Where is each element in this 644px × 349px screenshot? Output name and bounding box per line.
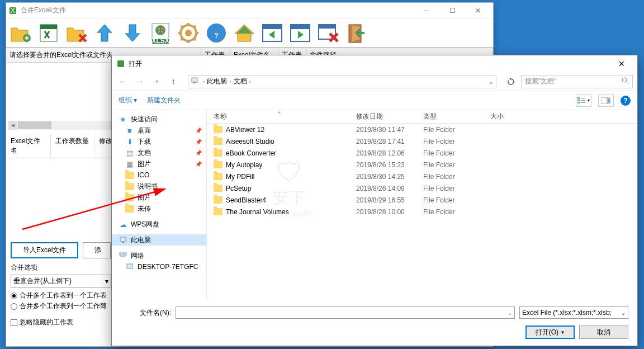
sidebar-desktop-pc[interactable]: DESKTOP-7ETGFC bbox=[112, 261, 206, 272]
view-mode-button[interactable]: ▾ bbox=[576, 95, 591, 107]
close-button[interactable]: ✕ bbox=[465, 3, 491, 18]
sidebar-downloads[interactable]: ⬇ 下载 📌 bbox=[112, 136, 206, 147]
svg-rect-30 bbox=[193, 82, 196, 83]
exit-door-icon[interactable] bbox=[343, 20, 370, 46]
refresh-button[interactable] bbox=[504, 75, 518, 88]
merge-direction-combo[interactable]: 垂直合并(从上倒下) ▾ bbox=[11, 275, 111, 287]
col-excel-name[interactable]: Excel文件名 bbox=[6, 134, 51, 158]
minimize-button[interactable]: ─ bbox=[414, 3, 439, 18]
dialog-close-button[interactable]: ✕ bbox=[610, 56, 633, 72]
folder-icon bbox=[214, 185, 222, 192]
add-button[interactable]: 添 bbox=[83, 242, 111, 258]
col-sheet-count[interactable]: 工作表数量 bbox=[51, 134, 94, 158]
sidebar-quick-access[interactable]: ★ 快速访问 bbox=[112, 114, 206, 125]
sidebar-manual[interactable]: 说明书 bbox=[112, 181, 206, 192]
preview-pane-button[interactable] bbox=[598, 95, 614, 107]
sidebar: ★ 快速访问 ■ 桌面 📌 ⬇ 下载 📌 ▤ 文档 📌 ▦ 图片 📌 bbox=[112, 110, 207, 300]
col-size[interactable]: 大小 bbox=[484, 112, 528, 121]
file-row[interactable]: SendBlaster42019/8/29 16:55File Folder bbox=[207, 194, 637, 206]
maximize-button[interactable]: ☐ bbox=[439, 3, 465, 18]
svg-text:XLSX: XLSX bbox=[151, 36, 169, 44]
nav-history-button[interactable]: ▾ bbox=[150, 75, 163, 88]
breadcrumb[interactable]: › 此电脑 › 文档 › ⌄ bbox=[188, 75, 496, 88]
col-name[interactable]: 名称^ bbox=[207, 112, 349, 121]
nav-back-button[interactable]: ← bbox=[116, 75, 130, 88]
search-placeholder: 搜索"文档" bbox=[525, 77, 557, 86]
home-icon[interactable] bbox=[231, 20, 258, 46]
documents-icon: ▤ bbox=[125, 148, 134, 157]
breadcrumb-dropdown[interactable]: ⌄ bbox=[488, 78, 494, 86]
sidebar-pictures2[interactable]: 图片 bbox=[112, 192, 206, 203]
sidebar-desktop[interactable]: ■ 桌面 📌 bbox=[112, 125, 206, 136]
browser-close-icon[interactable] bbox=[315, 20, 342, 46]
radio-icon bbox=[11, 303, 17, 310]
svg-rect-33 bbox=[577, 97, 580, 99]
file-row[interactable]: My Autoplay2019/8/26 15:23File Folder bbox=[207, 159, 637, 171]
sidebar-wps[interactable]: ☁ WPS网盘 bbox=[112, 219, 206, 230]
svg-rect-34 bbox=[577, 100, 580, 101]
col-date[interactable]: 修改日期 bbox=[349, 112, 416, 121]
nav-up-button[interactable]: ↑ bbox=[167, 75, 180, 88]
open-button[interactable]: 打开(O) ▼ bbox=[525, 326, 575, 339]
search-input[interactable]: 搜索"文档" bbox=[521, 75, 633, 88]
sidebar-network[interactable]: 网络 bbox=[112, 250, 206, 261]
pc-icon bbox=[125, 262, 134, 271]
chevron-down-icon: ⌄ bbox=[621, 310, 626, 316]
svg-rect-44 bbox=[120, 253, 122, 255]
folder-icon bbox=[125, 182, 134, 191]
file-list-headers: 名称^ 修改日期 类型 大小 bbox=[207, 110, 637, 124]
svg-rect-45 bbox=[124, 253, 126, 255]
parent-titlebar: X 合并Excek文件 ─ ☐ ✕ bbox=[6, 3, 493, 18]
breadcrumb-sep-icon: › bbox=[229, 78, 231, 84]
gear-icon[interactable] bbox=[175, 20, 202, 46]
import-excel-button[interactable]: 导入Excel文件 bbox=[11, 242, 78, 258]
browser1-icon[interactable] bbox=[259, 20, 286, 46]
file-row[interactable]: The Journal Volumes2019/8/28 10:00File F… bbox=[207, 206, 637, 218]
sidebar-pictures[interactable]: ▦ 图片 📌 bbox=[112, 158, 206, 169]
file-row[interactable]: Aiseesoft Studio2019/8/28 17:41File Fold… bbox=[207, 135, 637, 147]
filename-label: 文件名(N): bbox=[121, 308, 171, 318]
xlsx-icon[interactable]: XLSX bbox=[147, 20, 174, 46]
new-folder-button[interactable]: 新建文件夹 bbox=[147, 96, 181, 105]
col-type[interactable]: 类型 bbox=[416, 112, 484, 121]
breadcrumb-sep-icon: › bbox=[249, 78, 251, 84]
scroll-left-arrow[interactable]: ◄ bbox=[8, 121, 17, 130]
desktop-icon: ■ bbox=[125, 126, 134, 135]
help-button[interactable]: ? bbox=[621, 96, 631, 106]
filename-input[interactable]: ⌄ bbox=[176, 306, 515, 319]
sidebar-ico[interactable]: ICO bbox=[112, 169, 206, 181]
cancel-button[interactable]: 取消 bbox=[579, 326, 628, 339]
browser2-icon[interactable] bbox=[287, 20, 314, 46]
organize-button[interactable]: 组织 ▾ bbox=[119, 96, 137, 105]
file-row[interactable]: PcSetup2019/8/26 14:09File Folder bbox=[207, 182, 637, 194]
folder-icon bbox=[125, 204, 134, 213]
file-row[interactable]: eBook Converter2019/8/28 12:06File Folde… bbox=[207, 147, 637, 159]
nav-forward-button[interactable]: → bbox=[133, 75, 146, 88]
sidebar-unsent[interactable]: 未传 bbox=[112, 203, 206, 214]
add-folder-icon[interactable] bbox=[7, 20, 34, 46]
breadcrumb-documents[interactable]: 文档 bbox=[234, 77, 247, 86]
sidebar-documents[interactable]: ▤ 文档 📌 bbox=[112, 147, 206, 158]
excel-icon[interactable] bbox=[35, 20, 62, 46]
file-row[interactable]: ABViewer 122019/8/30 11:47File Folder bbox=[207, 124, 637, 135]
svg-rect-24 bbox=[291, 25, 310, 29]
svg-line-17 bbox=[181, 38, 183, 40]
folder-icon bbox=[125, 193, 134, 202]
pin-icon: 📌 bbox=[195, 150, 202, 156]
sidebar-thispc[interactable]: 此电脑 bbox=[112, 234, 206, 246]
folder-icon bbox=[125, 171, 134, 180]
pc-icon bbox=[119, 235, 127, 244]
up-arrow-icon[interactable] bbox=[91, 20, 118, 46]
remove-folder-icon[interactable] bbox=[63, 20, 90, 46]
dialog-title: 打开 bbox=[129, 59, 610, 69]
down-arrow-icon[interactable] bbox=[119, 20, 146, 46]
file-row[interactable]: My PDFill2019/8/30 14:25File Folder bbox=[207, 171, 637, 182]
filetype-combo[interactable]: Excel File (*.xlsx;*.xlsm;*.xlsb; ⌄ bbox=[519, 306, 628, 319]
folder-icon bbox=[214, 196, 222, 204]
svg-line-18 bbox=[193, 26, 196, 28]
svg-rect-42 bbox=[120, 237, 126, 242]
help-icon[interactable]: ? bbox=[203, 20, 230, 46]
file-list: 名称^ 修改日期 类型 大小 ABViewer 122019/8/30 11:4… bbox=[207, 110, 637, 300]
horizontal-scrollbar[interactable]: ◄ ► bbox=[8, 121, 119, 130]
breadcrumb-thispc[interactable]: 此电脑 bbox=[207, 77, 227, 86]
